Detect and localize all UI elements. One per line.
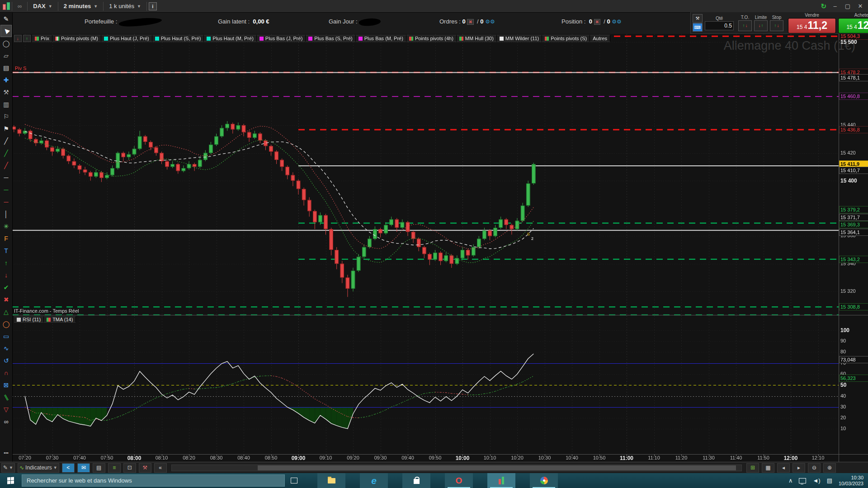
- scroll-right-button[interactable]: ▸: [793, 463, 805, 473]
- taskbar-app-graphics[interactable]: [530, 473, 558, 488]
- action-center-icon[interactable]: ▤: [827, 477, 832, 484]
- cross-mark-tool[interactable]: ✖: [0, 293, 12, 305]
- scrollbar-thumb[interactable]: [258, 465, 736, 470]
- volume-bars-button[interactable]: ≡: [108, 463, 121, 473]
- minimize-button[interactable]: –: [831, 3, 839, 9]
- legend-item-mm-hull-30-[interactable]: MM Hull (30): [457, 35, 497, 42]
- cancel-orders-icon[interactable]: ✖: [467, 19, 473, 25]
- taskbar-app-trading[interactable]: [487, 473, 515, 488]
- trendline-white-tool[interactable]: ╱: [0, 135, 12, 147]
- legend-item-prix[interactable]: Prix: [32, 35, 52, 42]
- trade-settings-wrench-button[interactable]: ⚒: [693, 14, 703, 23]
- calendar-button[interactable]: ▦: [762, 463, 774, 473]
- horizontal-scrollbar[interactable]: [171, 465, 742, 471]
- symbol-select[interactable]: DAX▼: [29, 0, 56, 12]
- legend-item-points-pivots-s-[interactable]: Points pivots (S): [542, 35, 590, 42]
- triangle-shape-tool[interactable]: △: [0, 305, 12, 318]
- vline-tool[interactable]: │: [0, 208, 12, 220]
- taskbar-search-input[interactable]: Rechercher sur le web et dans Windows: [22, 474, 285, 487]
- orders-settings-icon[interactable]: ⚙⚙: [485, 19, 495, 25]
- share-button[interactable]: <: [62, 463, 75, 473]
- copy-tool[interactable]: ▤: [0, 61, 12, 74]
- limit-order-button[interactable]: ↓↑: [754, 20, 768, 31]
- zoom-in-button[interactable]: ⊕: [823, 463, 836, 473]
- taskbar-app-file-explorer[interactable]: [317, 473, 345, 488]
- legend-item-plus-haut-m-pr-[interactable]: Plus Haut (M, Pré): [204, 35, 256, 42]
- trendline-green-tool[interactable]: ╱: [0, 147, 12, 159]
- units-select[interactable]: 1 k unités▼: [105, 0, 145, 12]
- legend-item-plus-haut-s-pr-[interactable]: Plus Haut (S, Pré): [152, 35, 204, 42]
- legend-item-plus-bas-s-pr-[interactable]: Plus Bas (S, Pré): [306, 35, 355, 42]
- taskbar-app-opera[interactable]: O: [445, 473, 473, 488]
- hline-white-tool[interactable]: ─: [0, 171, 12, 183]
- link-chart-button[interactable]: ∞: [14, 0, 25, 12]
- indicateurs-button[interactable]: ∿Indicateurs▼: [18, 463, 59, 473]
- close-button[interactable]: ✕: [856, 3, 864, 9]
- measure-link-tool[interactable]: ∞: [0, 415, 12, 427]
- legend-item-points-pivots-m-[interactable]: Points pivots (M): [52, 35, 101, 42]
- legend-item-mm-wilder-11-[interactable]: MM Wilder (11): [497, 35, 542, 42]
- detach-window-button[interactable]: ⊡: [123, 463, 136, 473]
- wrench-settings-button[interactable]: ⚒: [139, 463, 151, 473]
- hline-green-tool[interactable]: ─: [0, 183, 12, 196]
- taskbar-clock[interactable]: 10:30 10/03/2023: [839, 475, 863, 487]
- elliott-wave-tool[interactable]: ∿: [0, 342, 12, 354]
- legend-item-points-pivots-4h-[interactable]: Points pivots (4h): [406, 35, 457, 42]
- rsi-legend-rsi-11-[interactable]: RSI (11): [14, 316, 44, 323]
- ruler-tool[interactable]: ▱: [0, 49, 12, 61]
- tray-chevron-icon[interactable]: ∧: [788, 477, 793, 484]
- more-tools-button[interactable]: •••: [0, 447, 12, 459]
- settings-tools[interactable]: ⚒: [0, 86, 12, 98]
- network-icon[interactable]: [799, 478, 806, 483]
- volume-icon[interactable]: ◄): [812, 477, 820, 484]
- taskbar-app-edge[interactable]: e: [360, 473, 388, 488]
- hline-red-tool[interactable]: ─: [0, 196, 12, 208]
- zoom-tool[interactable]: ◯: [0, 37, 12, 49]
- fibonacci-fan-tool[interactable]: ✳: [0, 220, 12, 232]
- stop-order-button[interactable]: ↑↓: [770, 20, 783, 31]
- start-button[interactable]: [0, 473, 21, 488]
- legend-item-plus-bas-m-pr-[interactable]: Plus Bas (M, Pré): [356, 35, 406, 42]
- fibonacci-retracement-tool[interactable]: F: [0, 232, 12, 244]
- taskbar-app-store[interactable]: [402, 473, 430, 488]
- check-mark-tool[interactable]: ✔: [0, 281, 12, 293]
- legend-item-autres[interactable]: Autres: [590, 35, 610, 42]
- alert-pointer-tool[interactable]: ⚐: [0, 110, 12, 122]
- timeframe-select[interactable]: 2 minutes▼: [60, 0, 102, 12]
- lock-cursor-tool[interactable]: ⊠: [0, 379, 12, 391]
- pattern-tool[interactable]: ▽: [0, 403, 12, 415]
- qty-input[interactable]: [705, 21, 734, 30]
- scroll-left-button[interactable]: ◂: [777, 463, 790, 473]
- arrow-up-tool[interactable]: ↑: [0, 257, 12, 269]
- export-up-button[interactable]: ↑: [23, 35, 31, 42]
- alarm-bell-tool[interactable]: ⚑: [0, 122, 12, 135]
- restore-button[interactable]: ▢: [844, 3, 852, 9]
- sell-button[interactable]: 15 411,2: [788, 18, 836, 33]
- channel-tool[interactable]: ∥: [0, 391, 12, 403]
- legend-item-plus-bas-j-pr-[interactable]: Plus Bas (J, Pré): [257, 35, 306, 42]
- keyboard-trading-button[interactable]: ⌨: [693, 23, 703, 32]
- chat-button[interactable]: ✉: [77, 463, 90, 473]
- trendline-red-tool[interactable]: ╱: [0, 159, 12, 171]
- info-button[interactable]: i: [149, 2, 157, 10]
- magnet-tool[interactable]: ∩: [0, 366, 12, 379]
- rectangle-shape-tool[interactable]: ▭: [0, 330, 12, 342]
- trash-tool[interactable]: ▥: [0, 98, 12, 110]
- text-tool[interactable]: T: [0, 244, 12, 257]
- export-down-button[interactable]: ↓: [14, 35, 22, 42]
- cursor-tool[interactable]: ▶: [0, 25, 12, 37]
- panel-separator[interactable]: [12, 315, 868, 315]
- task-view-button[interactable]: [285, 473, 303, 488]
- to-order-button[interactable]: ↑↓: [738, 20, 752, 31]
- zoom-out-button[interactable]: ⊖: [808, 463, 821, 473]
- legend-item-plus-haut-j-pr-[interactable]: Plus Haut (J, Pré): [101, 35, 152, 42]
- arrow-down-tool[interactable]: ↓: [0, 269, 12, 281]
- report-button[interactable]: ▤: [93, 463, 105, 473]
- buy-button[interactable]: 15 412,6: [838, 18, 868, 33]
- draw-pencil-tool[interactable]: ✎: [0, 13, 12, 25]
- draw-tool-button[interactable]: ✎▼: [1, 463, 15, 473]
- undo-rotate-tool[interactable]: ↺: [0, 354, 12, 366]
- position-settings-icon[interactable]: ⚙⚙: [612, 19, 622, 25]
- refresh-button[interactable]: ↻: [821, 2, 826, 10]
- close-position-icon[interactable]: ✖: [594, 19, 600, 25]
